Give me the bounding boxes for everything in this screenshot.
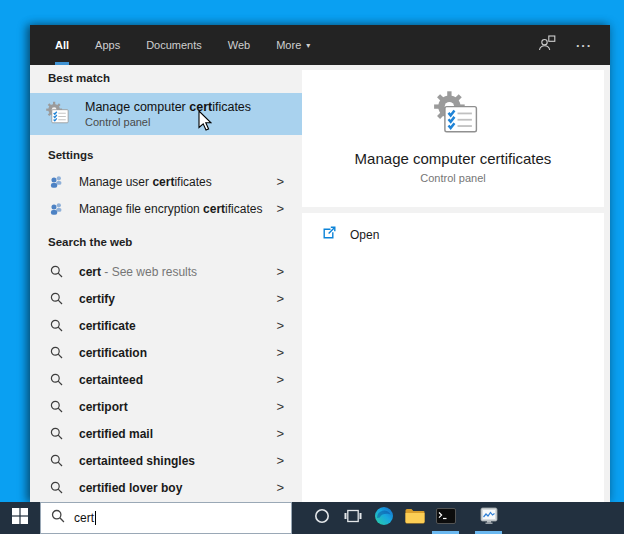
suggestion-label: certified lover boy	[79, 481, 182, 495]
taskbar: cert	[0, 502, 624, 534]
mouse-cursor	[198, 110, 212, 135]
search-icon	[48, 319, 64, 332]
best-match-title: Manage computer certificates	[85, 100, 251, 114]
suggestion-label: certification	[79, 346, 147, 360]
tab-more-label: More	[276, 39, 301, 51]
chevron-right-icon: >	[276, 174, 292, 189]
web-suggestion-item[interactable]: certainteed shingles >	[30, 447, 302, 474]
tab-documents[interactable]: Documents	[146, 25, 202, 65]
tab-more[interactable]: More ▾	[276, 25, 310, 65]
text-caret	[95, 511, 96, 525]
task-view-icon	[344, 509, 362, 527]
chevron-right-icon: >	[276, 345, 292, 360]
cortana-button[interactable]	[306, 502, 337, 534]
search-filter-bar: All Apps Documents Web More ▾ ···	[30, 25, 610, 65]
search-icon	[48, 373, 64, 386]
open-external-icon	[322, 226, 336, 244]
chevron-right-icon: >	[276, 318, 292, 333]
suggestion-label: certainteed shingles	[79, 454, 195, 468]
tab-web[interactable]: Web	[228, 25, 250, 65]
tab-all-label: All	[55, 39, 69, 51]
preview-actions: Open	[302, 213, 604, 502]
certificates-manager-icon	[42, 99, 70, 130]
best-match-item[interactable]: Manage computer certificates Control pan…	[30, 93, 302, 135]
web-suggestion-item[interactable]: certification >	[30, 339, 302, 366]
search-icon	[51, 509, 65, 527]
chevron-down-icon: ▾	[306, 41, 310, 50]
settings-item-file-encryption-certificates[interactable]: Manage file encryption certificates >	[30, 195, 302, 222]
web-suggestion-item[interactable]: certify >	[30, 285, 302, 312]
search-query-text: cert	[74, 511, 94, 525]
section-label-best-match: Best match	[30, 71, 302, 85]
start-button[interactable]	[0, 502, 40, 534]
chevron-right-icon: >	[276, 399, 292, 414]
preview-pane: Manage computer certificates Control pan…	[302, 65, 610, 502]
folder-icon	[405, 508, 425, 528]
web-suggestion-item[interactable]: certified mail >	[30, 420, 302, 447]
terminal-icon	[436, 508, 456, 528]
suggestion-label: certiport	[79, 400, 128, 414]
section-label-settings: Settings	[30, 148, 302, 162]
suggestion-label: certainteed	[79, 373, 143, 387]
edge-button[interactable]	[368, 502, 399, 534]
file-explorer-button[interactable]	[399, 502, 430, 534]
web-suggestion-item[interactable]: cert - See web results >	[30, 258, 302, 285]
settings-item-label: Manage user certificates	[79, 175, 212, 189]
chevron-right-icon: >	[276, 372, 292, 387]
search-icon	[48, 265, 64, 278]
chevron-right-icon: >	[276, 201, 292, 216]
search-icon	[48, 400, 64, 413]
tab-documents-label: Documents	[146, 39, 202, 51]
settings-item-label: Manage file encryption certificates	[79, 202, 262, 216]
preview-hero: Manage computer certificates Control pan…	[302, 70, 604, 207]
section-label-search-the-web: Search the web	[30, 235, 302, 249]
best-match-subtitle: Control panel	[85, 116, 251, 128]
task-manager-button[interactable]	[473, 502, 504, 534]
task-manager-icon	[479, 506, 499, 530]
suggestion-label: cert - See web results	[79, 265, 197, 279]
tab-all[interactable]: All	[55, 25, 69, 65]
more-options-icon[interactable]: ···	[576, 38, 592, 53]
users-icon	[48, 202, 64, 216]
search-icon	[48, 481, 64, 494]
tab-apps-label: Apps	[95, 39, 120, 51]
search-icon	[48, 292, 64, 305]
search-icon	[48, 454, 64, 467]
search-icon	[48, 346, 64, 359]
tab-apps[interactable]: Apps	[95, 25, 120, 65]
chevron-right-icon: >	[276, 453, 292, 468]
desktop: All Apps Documents Web More ▾ ···	[0, 0, 624, 534]
certificates-manager-icon	[426, 86, 480, 142]
web-suggestion-item[interactable]: certainteed >	[30, 366, 302, 393]
preview-title: Manage computer certificates	[355, 150, 552, 167]
edge-icon	[374, 506, 394, 530]
chevron-right-icon: >	[276, 291, 292, 306]
open-label: Open	[350, 228, 379, 242]
suggestion-label: certificate	[79, 319, 136, 333]
windows-logo-icon	[12, 508, 28, 528]
search-flyout-window: All Apps Documents Web More ▾ ···	[30, 25, 610, 502]
feedback-icon[interactable]	[538, 35, 556, 55]
chevron-right-icon: >	[276, 264, 292, 279]
web-suggestion-item[interactable]: certiport >	[30, 393, 302, 420]
chevron-right-icon: >	[276, 426, 292, 441]
taskbar-search-input[interactable]: cert	[40, 502, 292, 534]
task-view-button[interactable]	[337, 502, 368, 534]
search-icon	[48, 427, 64, 440]
suggestion-label: certify	[79, 292, 115, 306]
settings-item-user-certificates[interactable]: Manage user certificates >	[30, 168, 302, 195]
cortana-icon	[314, 508, 330, 528]
chevron-right-icon: >	[276, 480, 292, 495]
suggestion-label: certified mail	[79, 427, 153, 441]
preview-subtitle: Control panel	[420, 172, 485, 184]
results-list: Best match	[30, 65, 302, 502]
tab-web-label: Web	[228, 39, 250, 51]
open-action[interactable]: Open	[302, 222, 604, 248]
terminal-button[interactable]	[430, 502, 461, 534]
users-icon	[48, 175, 64, 189]
web-suggestion-item[interactable]: certified lover boy >	[30, 474, 302, 501]
web-suggestion-item[interactable]: certificate >	[30, 312, 302, 339]
